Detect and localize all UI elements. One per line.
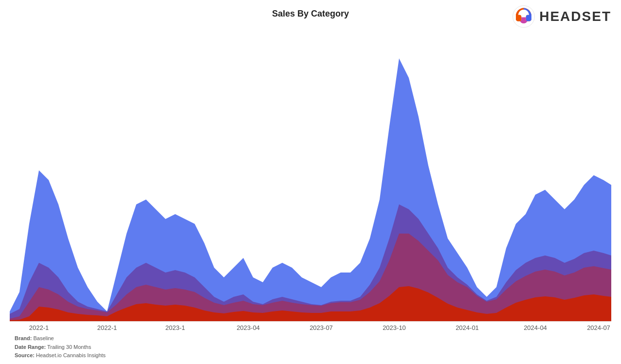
source-value: Headset.io Cannabis Insights [36, 352, 106, 358]
source-label: Source: [15, 352, 35, 358]
svg-text:2024-07: 2024-07 [587, 324, 610, 330]
date-value: Trailing 30 Months [47, 344, 91, 350]
svg-text:2022-1: 2022-1 [97, 324, 117, 330]
date-label: Date Range: [15, 344, 46, 350]
footer-info: Brand: Baseline Date Range: Trailing 30 … [15, 334, 106, 360]
svg-text:2024-04: 2024-04 [524, 324, 547, 330]
svg-text:2023-10: 2023-10 [383, 324, 406, 330]
svg-text:2023-07: 2023-07 [310, 324, 333, 330]
svg-text:2024-01: 2024-01 [456, 324, 479, 330]
brand-value: Baseline [34, 335, 54, 341]
svg-text:2023-1: 2023-1 [165, 324, 185, 330]
chart-title: Sales By Category [0, 9, 621, 19]
brand-label: Brand: [15, 335, 32, 341]
svg-text:2023-04: 2023-04 [237, 324, 260, 330]
svg-text:2022-1: 2022-1 [29, 324, 49, 330]
chart-svg: 2022-1 2022-1 2023-1 2023-04 2023-07 202… [10, 29, 611, 330]
chart-container: HEADSET Sales By Category Concentrates F… [0, 0, 621, 364]
chart-area: 2022-1 2022-1 2023-1 2023-04 2023-07 202… [10, 29, 611, 330]
